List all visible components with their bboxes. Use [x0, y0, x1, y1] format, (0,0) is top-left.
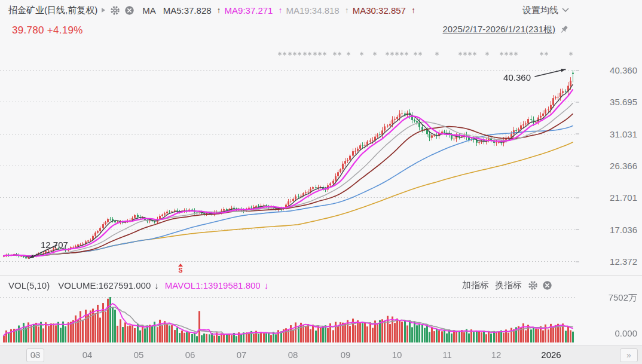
price-axis-label: 26.366 [576, 161, 637, 171]
time-axis: « » 030405060708091011122026 [0, 345, 642, 364]
month-label: 10 [392, 346, 402, 364]
current-price: 39.780 [12, 25, 44, 36]
date-range-link[interactable]: 2025/2/17-2026/1/21(231根) [443, 24, 555, 35]
price-axis-label: 12.372 [576, 256, 637, 267]
price-axis-label: 35.695 [576, 97, 637, 107]
remove-volume-button[interactable] [542, 280, 552, 290]
volume-pane: 7502万 0.000 [0, 294, 642, 345]
ma19-value: MA19:34.818 [286, 5, 339, 16]
ma-settings-button[interactable]: 设置均线 [522, 5, 558, 16]
volume-value: VOLUME:1627591.000 [58, 280, 151, 290]
month-label: 03 [30, 346, 41, 364]
month-label: 05 [134, 346, 144, 364]
price-axis-label: 17.036 [576, 224, 637, 234]
month-label: 04 [82, 346, 93, 364]
scroll-right-button[interactable]: » [620, 348, 638, 362]
month-label: 06 [185, 346, 195, 364]
volume-header: VOL(5,10) VOLUME:1627591.000 ↓ MAVOL1:13… [0, 276, 642, 294]
dividend-marker-letter: S [178, 267, 182, 274]
mavol-trend-arrow: ↓ [264, 280, 269, 290]
chart-header: 招金矿业(日线,前复权) MA MA5:37.828 ↑ MA9:37.271 … [0, 0, 642, 20]
price-axis-label: 31.031 [576, 129, 637, 139]
ma30-value: MA30:32.857 [353, 5, 406, 16]
close-icon [542, 280, 552, 290]
ma19-trend-arrow: ↑ [345, 5, 349, 15]
price-summary-row: 39.780 +4.19% 2025/2/17-2026/1/21(231根) [0, 20, 642, 42]
highest-price-annotation: 40.360 [478, 72, 531, 82]
indicator-name: MA [142, 5, 156, 16]
gear-icon [110, 5, 120, 16]
price-axis: 40.36035.69531.03126.36621.70117.03612.3… [576, 42, 642, 276]
ma30-trend-arrow: ↑ [411, 5, 415, 15]
month-label: 08 [288, 346, 298, 364]
ma9-trend-arrow: ↑ [278, 5, 282, 15]
add-indicator-button[interactable]: 加指标 [462, 280, 489, 291]
switch-indicator-button[interactable]: 换指标 [495, 280, 522, 291]
volume-axis-zero-label: 0.000 [576, 328, 637, 338]
price-axis-label: 21.701 [576, 192, 637, 203]
ma9-value: MA9:37.271 [225, 5, 273, 16]
price-change-percent: +4.19% [47, 25, 83, 36]
remove-indicator-button[interactable] [124, 5, 134, 16]
expand-arrow-icon[interactable] [102, 8, 105, 13]
symbol-title[interactable]: 招金矿业(日线,前复权) [8, 5, 97, 16]
volume-settings-button[interactable] [528, 280, 538, 290]
stock-chart-app: 招金矿业(日线,前复权) MA MA5:37.828 ↑ MA9:37.271 … [0, 0, 642, 364]
month-label: 2026 [541, 346, 561, 364]
dividend-marker[interactable]: S [177, 264, 184, 273]
pin-icon[interactable] [559, 25, 569, 35]
month-label: 07 [237, 346, 247, 364]
mavol-value: MAVOL1:13919581.800 [165, 280, 261, 290]
vol-indicator-name: VOL(5,10) [8, 280, 50, 290]
month-label: 12 [491, 346, 502, 364]
indicator-settings-button[interactable] [110, 5, 120, 16]
volume-trend-arrow: ↓ [154, 280, 159, 290]
chevron-down-icon[interactable] [562, 8, 569, 13]
ma5-trend-arrow: ↑ [217, 5, 221, 15]
gear-icon [528, 280, 538, 290]
month-label: 09 [341, 346, 351, 364]
current-price-and-change: 39.780 +4.19% [12, 25, 83, 36]
price-axis-label: 40.360 [576, 65, 637, 75]
volume-axis-max-label: 7502万 [576, 292, 637, 304]
ma5-value: MA5:37.828 [163, 5, 212, 16]
lowest-price-annotation: 12.707 [41, 240, 68, 250]
main-chart-pane: 40.36035.69531.03126.36621.70117.03612.3… [0, 42, 642, 276]
volume-chart-canvas[interactable] [0, 294, 576, 345]
month-label: 11 [442, 346, 452, 364]
close-icon [124, 5, 134, 16]
